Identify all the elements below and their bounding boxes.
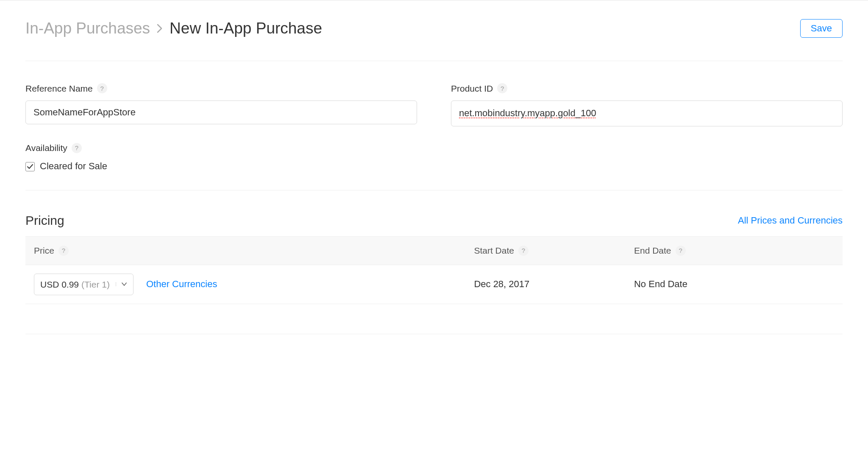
divider bbox=[25, 334, 843, 334]
price-tier-select[interactable]: USD 0.99 (Tier 1) bbox=[34, 274, 134, 295]
product-id-label: Product ID ? bbox=[451, 82, 843, 95]
price-tier: (Tier 1) bbox=[81, 278, 110, 291]
col-price-label: Price bbox=[34, 244, 54, 257]
chevron-down-icon bbox=[116, 282, 127, 286]
product-id-input[interactable]: net.mobindustry.myapp.gold_100 bbox=[451, 101, 843, 126]
other-currencies-link[interactable]: Other Currencies bbox=[146, 278, 217, 291]
pricing-title: Pricing bbox=[25, 212, 64, 229]
start-date-value: Dec 28, 2017 bbox=[474, 278, 529, 291]
availability-label: Availability ? bbox=[25, 142, 843, 154]
col-start-label: Start Date bbox=[474, 244, 514, 257]
page-title: New In-App Purchase bbox=[170, 17, 322, 39]
help-icon[interactable]: ? bbox=[58, 246, 69, 256]
help-icon[interactable]: ? bbox=[72, 143, 82, 153]
all-prices-link[interactable]: All Prices and Currencies bbox=[738, 214, 843, 227]
product-id-value: net.mobindustry.myapp.gold_100 bbox=[459, 107, 596, 120]
breadcrumb-parent[interactable]: In-App Purchases bbox=[25, 17, 150, 39]
col-end-label: End Date bbox=[634, 244, 671, 257]
help-icon[interactable]: ? bbox=[97, 83, 107, 93]
help-icon[interactable]: ? bbox=[518, 246, 529, 256]
reference-name-label: Reference Name ? bbox=[25, 82, 417, 95]
save-button[interactable]: Save bbox=[800, 19, 843, 38]
chevron-right-icon bbox=[157, 24, 163, 33]
cleared-for-sale-label: Cleared for Sale bbox=[40, 160, 107, 173]
breadcrumb: In-App Purchases New In-App Purchase bbox=[25, 17, 322, 39]
help-icon[interactable]: ? bbox=[497, 83, 507, 93]
reference-name-input[interactable] bbox=[25, 101, 417, 124]
help-icon[interactable]: ? bbox=[676, 246, 686, 256]
cleared-for-sale-checkbox[interactable] bbox=[25, 162, 35, 171]
table-row: USD 0.99 (Tier 1) Other Currencies Dec 2… bbox=[25, 265, 843, 304]
table-header: Price ? Start Date ? End Date ? bbox=[25, 236, 843, 265]
price-value: USD 0.99 bbox=[40, 278, 79, 291]
end-date-value: No End Date bbox=[634, 278, 687, 291]
product-id-label-text: Product ID bbox=[451, 82, 493, 95]
pricing-table: Price ? Start Date ? End Date ? USD 0.99… bbox=[25, 236, 843, 304]
availability-label-text: Availability bbox=[25, 142, 67, 154]
reference-name-label-text: Reference Name bbox=[25, 82, 93, 95]
